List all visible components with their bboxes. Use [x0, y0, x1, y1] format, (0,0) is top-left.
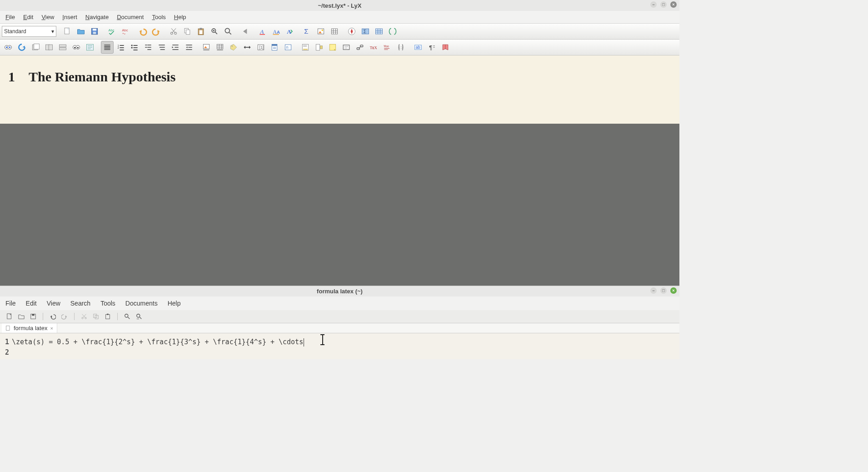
copy-icon[interactable]: [181, 25, 194, 38]
menu-document[interactable]: Document: [113, 12, 147, 22]
figure-float-icon[interactable]: [200, 41, 213, 54]
find-icon[interactable]: [222, 25, 234, 38]
gedit-menu-file[interactable]: File: [3, 298, 19, 308]
list-description-icon[interactable]: [142, 41, 155, 54]
gedit-tab-formula-latex[interactable]: formula latex ×: [2, 323, 57, 333]
eyes-view-icon[interactable]: [70, 41, 83, 54]
gedit-search-icon[interactable]: [122, 312, 132, 321]
nomenclature-icon[interactable]: n: [282, 41, 294, 54]
thesaurus-icon[interactable]: [439, 41, 452, 54]
svg-rect-74: [320, 46, 323, 49]
gedit-menu-view[interactable]: View: [44, 298, 63, 308]
gedit-menu-tools[interactable]: Tools: [98, 298, 118, 308]
gedit-menu-edit[interactable]: Edit: [23, 298, 40, 308]
citation-icon[interactable]: [1]: [254, 41, 267, 54]
svg-rect-95: [107, 314, 109, 315]
box-icon[interactable]: [340, 41, 353, 54]
insert-table-icon[interactable]: [328, 25, 341, 38]
maximize-button[interactable]: □: [660, 1, 667, 8]
minimize-button[interactable]: –: [650, 1, 657, 8]
noun-icon[interactable]: Aᴀ: [270, 25, 283, 38]
line-number: 2: [3, 347, 9, 358]
table-float-icon[interactable]: [214, 41, 226, 54]
cut-icon[interactable]: [167, 25, 180, 38]
menu-help[interactable]: Help: [170, 12, 190, 22]
gedit-new-icon[interactable]: [5, 312, 15, 321]
view-icon[interactable]: [2, 41, 15, 54]
justify-full-icon[interactable]: [101, 41, 114, 54]
view-update-icon[interactable]: [15, 41, 28, 54]
gedit-maximize-button[interactable]: □: [660, 287, 667, 294]
gedit-close-button[interactable]: ×: [670, 287, 677, 294]
review-panel-icon[interactable]: [386, 25, 399, 38]
spellcheck-icon[interactable]: Abc: [105, 25, 118, 38]
footnote-icon[interactable]: [299, 41, 312, 54]
list-enum-icon[interactable]: [155, 41, 168, 54]
view-outline-icon[interactable]: [84, 41, 96, 54]
ert-macro-icon[interactable]: \foo: [381, 41, 394, 54]
text-style-icon[interactable]: ab: [412, 41, 424, 54]
crossref-icon[interactable]: [241, 41, 254, 54]
insert-math-icon[interactable]: Σ: [301, 25, 314, 38]
index-icon[interactable]: [268, 41, 281, 54]
open-doc-icon[interactable]: [75, 25, 87, 38]
paste-icon[interactable]: [195, 25, 207, 38]
indent-more-icon[interactable]: [169, 41, 182, 54]
menu-edit[interactable]: Edit: [20, 12, 37, 22]
gedit-open-icon[interactable]: [16, 312, 26, 321]
tex-code-icon[interactable]: TᴇX: [367, 41, 380, 54]
redo-icon[interactable]: [150, 25, 163, 38]
menu-tools[interactable]: Tools: [148, 12, 169, 22]
undo-icon[interactable]: [136, 25, 149, 38]
note-icon[interactable]: [326, 41, 339, 54]
gedit-menu-documents[interactable]: Documents: [123, 298, 160, 308]
view-split-icon[interactable]: [56, 41, 69, 54]
svg-rect-23: [273, 34, 279, 35]
insert-graphics-icon[interactable]: [314, 25, 327, 38]
svg-text:A: A: [287, 28, 291, 35]
gedit-minimize-button[interactable]: –: [650, 287, 657, 294]
svg-rect-68: [272, 44, 277, 45]
tab-close-icon[interactable]: ×: [50, 326, 53, 331]
paragraph-settings-icon[interactable]: ¶: [425, 41, 438, 54]
include-file-icon[interactable]: [394, 41, 407, 54]
gedit-cut-icon[interactable]: [79, 312, 89, 321]
math-panel-icon[interactable]: Σ: [359, 25, 372, 38]
menu-file[interactable]: File: [2, 12, 19, 22]
gedit-copy-icon[interactable]: [91, 312, 101, 321]
menu-navigate[interactable]: Navigate: [82, 12, 112, 22]
new-doc-icon[interactable]: [61, 25, 74, 38]
gedit-menu-help[interactable]: Help: [165, 298, 184, 308]
gedit-redo-icon[interactable]: [60, 312, 70, 321]
svg-marker-55: [172, 46, 174, 48]
list-bullet-icon[interactable]: [128, 41, 141, 54]
gedit-save-icon[interactable]: [28, 312, 38, 321]
master-view-icon[interactable]: [29, 41, 42, 54]
label-icon[interactable]: [227, 41, 240, 54]
apply-style-icon[interactable]: A: [284, 25, 296, 38]
indent-less-icon[interactable]: [183, 41, 195, 54]
spellcheck-continuous-icon[interactable]: Abc: [119, 25, 132, 38]
find-replace-icon[interactable]: [208, 25, 221, 38]
gedit-menu-search[interactable]: Search: [68, 298, 93, 308]
table-panel-icon[interactable]: [373, 25, 385, 38]
save-doc-icon[interactable]: [88, 25, 101, 38]
navigate-back-icon[interactable]: [239, 25, 252, 38]
list-numbered-icon[interactable]: 12: [115, 41, 127, 54]
document-canvas[interactable]: 1 The Riemann Hypothesis: [0, 55, 679, 124]
gedit-toolbar: [0, 310, 679, 323]
menu-view[interactable]: View: [38, 12, 58, 22]
close-button[interactable]: ×: [670, 1, 677, 8]
gedit-replace-icon[interactable]: [134, 312, 144, 321]
gedit-editor[interactable]: 1\zeta(s) = 0.5 + \frac{1}{2^s} + \frac{…: [0, 333, 679, 359]
gedit-undo-icon[interactable]: [48, 312, 58, 321]
hyperlink-icon[interactable]: [354, 41, 366, 54]
svg-rect-78: [357, 48, 359, 50]
gedit-paste-icon[interactable]: [103, 312, 113, 321]
emph-icon[interactable]: A: [256, 25, 269, 38]
menu-insert[interactable]: Insert: [59, 12, 81, 22]
view-other-icon[interactable]: [43, 41, 55, 54]
marginnote-icon[interactable]: [313, 41, 325, 54]
paragraph-env-combo[interactable]: Standard ▾: [2, 26, 56, 37]
outline-compass-icon[interactable]: [345, 25, 358, 38]
